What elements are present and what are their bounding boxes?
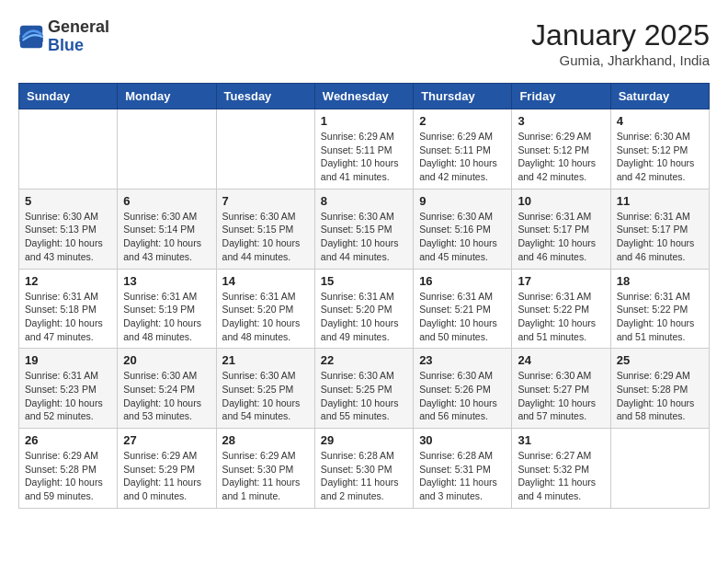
weekday-header-saturday: Saturday [610,84,709,109]
day-info: Sunrise: 6:30 AM Sunset: 5:25 PM Dayligh… [222,369,309,423]
day-number: 6 [123,194,210,208]
day-number: 28 [222,433,309,447]
calendar-cell: 1Sunrise: 6:29 AM Sunset: 5:11 PM Daylig… [314,109,413,190]
day-info: Sunrise: 6:31 AM Sunset: 5:23 PM Dayligh… [25,369,111,423]
day-number: 25 [617,353,703,367]
day-number: 5 [25,194,111,208]
day-info: Sunrise: 6:31 AM Sunset: 5:21 PM Dayligh… [419,290,506,344]
calendar-cell: 24Sunrise: 6:30 AM Sunset: 5:27 PM Dayli… [512,349,610,429]
day-info: Sunrise: 6:29 AM Sunset: 5:28 PM Dayligh… [25,449,111,503]
weekday-header-thursday: Thursday [414,84,512,109]
calendar-cell: 6Sunrise: 6:30 AM Sunset: 5:14 PM Daylig… [118,189,216,269]
title-block: January 2025 Gumia, Jharkhand, India [531,18,710,68]
page-header: General Blue January 2025 Gumia, Jharkha… [18,18,710,68]
calendar-cell: 16Sunrise: 6:31 AM Sunset: 5:21 PM Dayli… [414,269,512,349]
logo-text: General Blue [48,18,109,55]
day-number: 22 [321,353,407,367]
day-number: 26 [25,433,111,447]
day-info: Sunrise: 6:27 AM Sunset: 5:32 PM Dayligh… [518,449,604,503]
day-info: Sunrise: 6:31 AM Sunset: 5:17 PM Dayligh… [518,210,604,264]
calendar-cell: 8Sunrise: 6:30 AM Sunset: 5:15 PM Daylig… [314,189,413,269]
calendar-week-2: 5Sunrise: 6:30 AM Sunset: 5:13 PM Daylig… [19,189,710,269]
day-info: Sunrise: 6:30 AM Sunset: 5:16 PM Dayligh… [419,210,506,264]
calendar-cell: 4Sunrise: 6:30 AM Sunset: 5:12 PM Daylig… [610,109,709,190]
day-number: 2 [419,114,506,128]
calendar-cell: 20Sunrise: 6:30 AM Sunset: 5:24 PM Dayli… [118,349,216,429]
day-number: 19 [25,353,111,367]
calendar-cell: 29Sunrise: 6:28 AM Sunset: 5:30 PM Dayli… [314,429,413,509]
weekday-header-row: SundayMondayTuesdayWednesdayThursdayFrid… [19,84,710,109]
calendar-week-3: 12Sunrise: 6:31 AM Sunset: 5:18 PM Dayli… [19,269,710,349]
calendar-table: SundayMondayTuesdayWednesdayThursdayFrid… [18,83,710,509]
day-number: 3 [518,114,604,128]
logo-icon [18,24,44,50]
day-number: 16 [419,274,506,288]
calendar-cell: 15Sunrise: 6:31 AM Sunset: 5:20 PM Dayli… [314,269,413,349]
day-info: Sunrise: 6:29 AM Sunset: 5:12 PM Dayligh… [518,130,604,184]
calendar-cell: 18Sunrise: 6:31 AM Sunset: 5:22 PM Dayli… [610,269,709,349]
calendar-cell: 27Sunrise: 6:29 AM Sunset: 5:29 PM Dayli… [118,429,216,509]
day-number: 10 [518,194,604,208]
weekday-header-friday: Friday [512,84,610,109]
calendar-cell: 9Sunrise: 6:30 AM Sunset: 5:16 PM Daylig… [414,189,512,269]
calendar-cell: 21Sunrise: 6:30 AM Sunset: 5:25 PM Dayli… [216,349,314,429]
day-number: 8 [321,194,407,208]
calendar-cell: 23Sunrise: 6:30 AM Sunset: 5:26 PM Dayli… [414,349,512,429]
day-info: Sunrise: 6:30 AM Sunset: 5:24 PM Dayligh… [123,369,210,423]
calendar-cell: 11Sunrise: 6:31 AM Sunset: 5:17 PM Dayli… [610,189,709,269]
day-number: 21 [222,353,309,367]
day-number: 1 [321,114,407,128]
calendar-cell: 22Sunrise: 6:30 AM Sunset: 5:25 PM Dayli… [314,349,413,429]
calendar-cell [19,109,118,190]
calendar-cell: 5Sunrise: 6:30 AM Sunset: 5:13 PM Daylig… [19,189,118,269]
day-info: Sunrise: 6:30 AM Sunset: 5:26 PM Dayligh… [419,369,506,423]
day-info: Sunrise: 6:29 AM Sunset: 5:30 PM Dayligh… [222,449,309,503]
day-info: Sunrise: 6:29 AM Sunset: 5:28 PM Dayligh… [617,369,703,423]
day-info: Sunrise: 6:30 AM Sunset: 5:15 PM Dayligh… [222,210,309,264]
calendar-title: January 2025 [531,18,710,52]
calendar-week-1: 1Sunrise: 6:29 AM Sunset: 5:11 PM Daylig… [19,109,710,190]
day-number: 29 [321,433,407,447]
calendar-cell: 13Sunrise: 6:31 AM Sunset: 5:19 PM Dayli… [118,269,216,349]
calendar-cell: 7Sunrise: 6:30 AM Sunset: 5:15 PM Daylig… [216,189,314,269]
calendar-cell: 3Sunrise: 6:29 AM Sunset: 5:12 PM Daylig… [512,109,610,190]
calendar-cell: 31Sunrise: 6:27 AM Sunset: 5:32 PM Dayli… [512,429,610,509]
day-info: Sunrise: 6:30 AM Sunset: 5:25 PM Dayligh… [321,369,407,423]
day-info: Sunrise: 6:31 AM Sunset: 5:17 PM Dayligh… [617,210,703,264]
calendar-cell: 26Sunrise: 6:29 AM Sunset: 5:28 PM Dayli… [19,429,118,509]
day-info: Sunrise: 6:31 AM Sunset: 5:19 PM Dayligh… [123,290,210,344]
weekday-header-sunday: Sunday [19,84,118,109]
calendar-cell [118,109,216,190]
weekday-header-tuesday: Tuesday [216,84,314,109]
calendar-cell: 14Sunrise: 6:31 AM Sunset: 5:20 PM Dayli… [216,269,314,349]
calendar-subtitle: Gumia, Jharkhand, India [531,52,710,68]
day-info: Sunrise: 6:30 AM Sunset: 5:13 PM Dayligh… [25,210,111,264]
day-info: Sunrise: 6:31 AM Sunset: 5:18 PM Dayligh… [25,290,111,344]
day-number: 20 [123,353,210,367]
day-info: Sunrise: 6:31 AM Sunset: 5:20 PM Dayligh… [222,290,309,344]
calendar-cell: 19Sunrise: 6:31 AM Sunset: 5:23 PM Dayli… [19,349,118,429]
calendar-cell: 30Sunrise: 6:28 AM Sunset: 5:31 PM Dayli… [414,429,512,509]
calendar-cell [610,429,709,509]
day-number: 12 [25,274,111,288]
day-info: Sunrise: 6:29 AM Sunset: 5:29 PM Dayligh… [123,449,210,503]
day-number: 30 [419,433,506,447]
day-number: 13 [123,274,210,288]
calendar-cell [216,109,314,190]
calendar-cell: 17Sunrise: 6:31 AM Sunset: 5:22 PM Dayli… [512,269,610,349]
calendar-cell: 10Sunrise: 6:31 AM Sunset: 5:17 PM Dayli… [512,189,610,269]
day-info: Sunrise: 6:28 AM Sunset: 5:30 PM Dayligh… [321,449,407,503]
calendar-week-4: 19Sunrise: 6:31 AM Sunset: 5:23 PM Dayli… [19,349,710,429]
day-number: 24 [518,353,604,367]
weekday-header-monday: Monday [118,84,216,109]
day-info: Sunrise: 6:31 AM Sunset: 5:22 PM Dayligh… [518,290,604,344]
day-number: 14 [222,274,309,288]
day-number: 17 [518,274,604,288]
calendar-cell: 25Sunrise: 6:29 AM Sunset: 5:28 PM Dayli… [610,349,709,429]
day-number: 7 [222,194,309,208]
day-info: Sunrise: 6:31 AM Sunset: 5:20 PM Dayligh… [321,290,407,344]
day-info: Sunrise: 6:30 AM Sunset: 5:15 PM Dayligh… [321,210,407,264]
calendar-cell: 2Sunrise: 6:29 AM Sunset: 5:11 PM Daylig… [414,109,512,190]
day-number: 11 [617,194,703,208]
day-info: Sunrise: 6:29 AM Sunset: 5:11 PM Dayligh… [321,130,407,184]
